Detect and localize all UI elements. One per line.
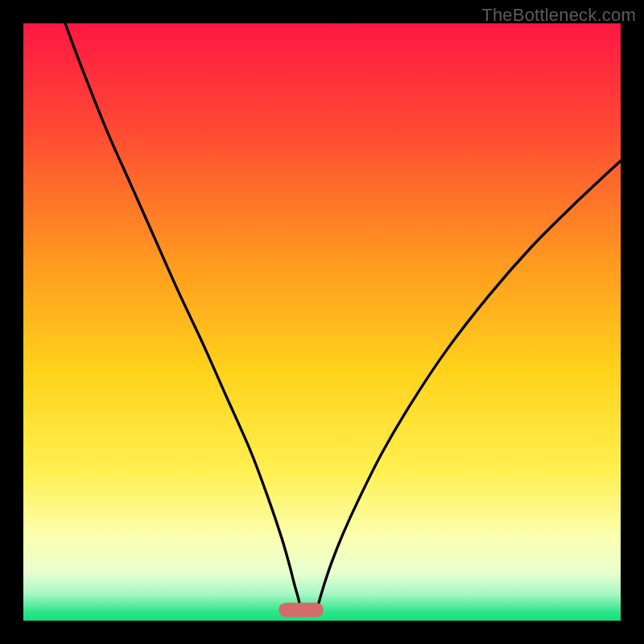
plot-background [23, 23, 621, 621]
optimum-marker [279, 603, 324, 617]
chart-frame [23, 23, 621, 621]
bottleneck-chart [23, 23, 621, 621]
